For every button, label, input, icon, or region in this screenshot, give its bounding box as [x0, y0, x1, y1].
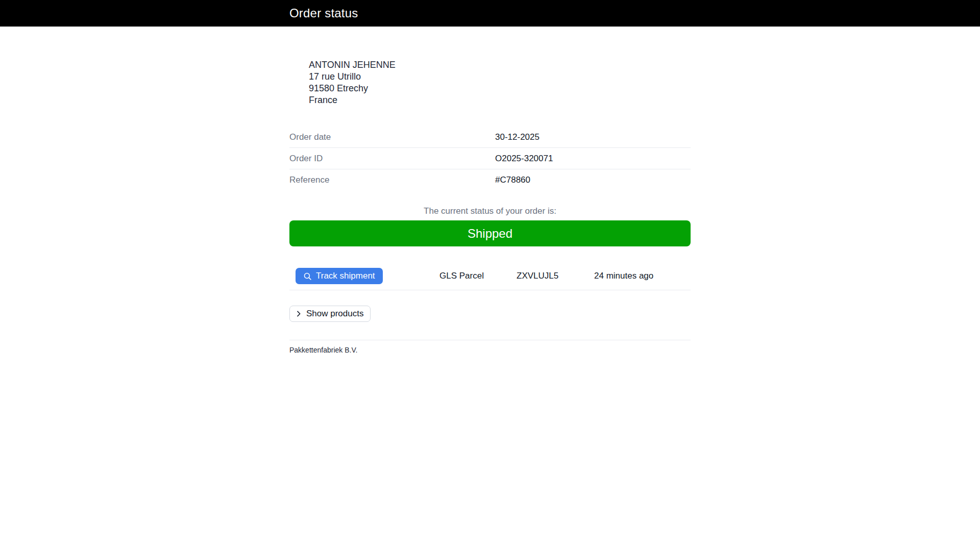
recipient-address: ANTONIN JEHENNE 17 rue Utrillo 91580 Etr… [309, 59, 691, 106]
status-intro-text: The current status of your order is: [289, 206, 691, 216]
recipient-country: France [309, 94, 691, 106]
recipient-street: 17 rue Utrillo [309, 71, 691, 83]
company-name: Pakkettenfabriek B.V. [289, 346, 691, 354]
table-row: Order date 30-12-2025 [289, 127, 691, 148]
order-id-label: Order ID [289, 154, 495, 164]
order-date-label: Order date [289, 132, 495, 142]
search-icon [303, 272, 312, 281]
carrier-name: GLS Parcel [439, 271, 517, 281]
order-details-table: Order date 30-12-2025 Order ID O2025-320… [289, 127, 691, 191]
chevron-right-icon [295, 310, 303, 318]
header-bar: Order status [0, 0, 980, 27]
shipment-row: Track shipment GLS Parcel ZXVLUJL5 24 mi… [289, 268, 691, 290]
reference-value: #C78860 [495, 175, 691, 185]
recipient-city: 91580 Etrechy [309, 83, 691, 94]
track-shipment-label: Track shipment [316, 271, 375, 281]
tracking-code: ZXVLUJL5 [517, 271, 594, 281]
table-row: Reference #C78860 [289, 169, 691, 191]
table-row: Order ID O2025-320071 [289, 148, 691, 169]
footer-divider [289, 340, 691, 340]
order-status-panel: ANTONIN JEHENNE 17 rue Utrillo 91580 Etr… [289, 59, 691, 354]
recipient-name: ANTONIN JEHENNE [309, 59, 691, 71]
reference-label: Reference [289, 175, 495, 185]
status-badge: Shipped [289, 220, 691, 246]
track-shipment-button[interactable]: Track shipment [296, 268, 383, 284]
order-date-value: 30-12-2025 [495, 132, 691, 142]
track-button-cell: Track shipment [289, 268, 439, 284]
show-products-label: Show products [306, 309, 363, 319]
order-id-value: O2025-320071 [495, 154, 691, 164]
page-title: Order status [289, 6, 358, 20]
show-products-button[interactable]: Show products [289, 306, 371, 322]
shipment-time-ago: 24 minutes ago [594, 271, 691, 281]
